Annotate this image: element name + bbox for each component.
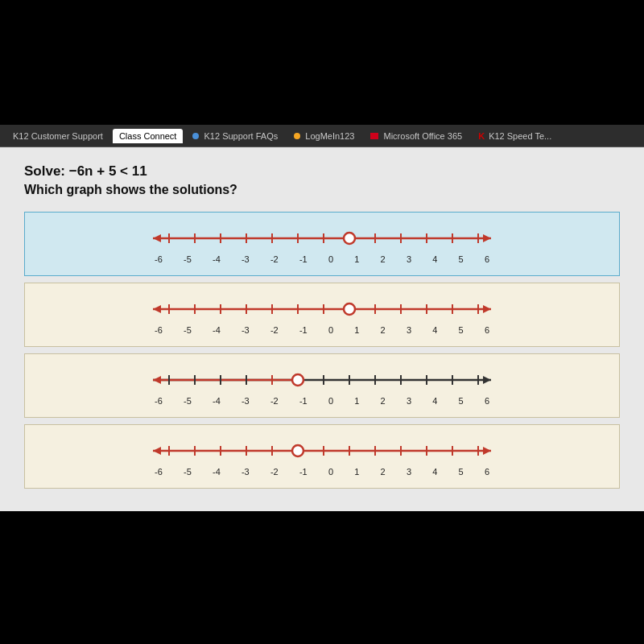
svg-marker-52: [483, 447, 491, 455]
svg-point-31: [344, 303, 355, 315]
tab-microsoft[interactable]: Microsoft Office 365: [364, 129, 469, 143]
svg-marker-17: [153, 305, 161, 313]
tab-dot-blue: [192, 133, 199, 139]
option-c-labels: -6-5-4-3-2-1 0123456: [153, 396, 491, 406]
option-b-labels: -6-5-4-3-2-1 0123456: [153, 325, 491, 335]
svg-marker-1: [153, 234, 161, 242]
option-a-number-line: -6-5-4-3-2-1 0123456: [33, 224, 611, 264]
number-line-svg-a: [145, 224, 499, 253]
number-line-svg-d: [145, 436, 499, 465]
tab-k-icon: K: [478, 131, 485, 141]
black-bar-bottom: [0, 511, 644, 608]
problem-line1: Solve: −6n + 5 < 11: [24, 163, 620, 180]
tab-class-connect[interactable]: Class Connect: [113, 129, 184, 143]
tab-bar: K12 Customer Support Class Connect K12 S…: [0, 125, 644, 147]
svg-point-49: [292, 374, 303, 386]
option-c[interactable]: -6-5-4-3-2-1 0123456: [24, 353, 620, 418]
number-line-svg-c: [145, 365, 499, 394]
option-b-number-line: -6-5-4-3-2-1 0123456: [33, 295, 611, 335]
black-bar-top: [0, 0, 644, 125]
tab-logmein[interactable]: LogMeIn123: [287, 129, 361, 143]
option-a-labels: -6-5-4-3-2-1 0123456: [153, 254, 491, 264]
svg-marker-34: [153, 376, 161, 384]
tab-dot-orange: [294, 133, 300, 139]
svg-point-15: [344, 233, 355, 244]
tab-dot-ms: [370, 133, 378, 139]
problem-line2: Which graph shows the solutions?: [24, 183, 620, 197]
option-d-labels: -6-5-4-3-2-1 0123456: [153, 467, 491, 477]
svg-point-66: [292, 445, 303, 456]
svg-marker-51: [153, 447, 161, 455]
main-content: Solve: −6n + 5 < 11 Which graph shows th…: [0, 147, 644, 511]
option-b[interactable]: -6-5-4-3-2-1 0123456: [24, 283, 620, 347]
number-line-svg-b: [145, 295, 499, 324]
tab-k12-support[interactable]: K12 Customer Support: [6, 129, 109, 143]
option-a[interactable]: -6-5-4-3-2-1 0123456: [24, 212, 620, 276]
tab-k12-faqs[interactable]: K12 Support FAQs: [186, 129, 284, 143]
problem-statement: Solve: −6n + 5 < 11 Which graph shows th…: [24, 163, 620, 197]
option-d-number-line: -6-5-4-3-2-1 0123456: [33, 436, 611, 477]
svg-marker-18: [483, 305, 491, 313]
option-c-number-line: -6-5-4-3-2-1 0123456: [33, 365, 611, 406]
svg-marker-2: [483, 234, 491, 242]
option-d[interactable]: -6-5-4-3-2-1 0123456: [24, 424, 620, 489]
tab-k12-speed[interactable]: K K12 Speed Te...: [472, 129, 558, 143]
svg-marker-35: [483, 376, 491, 384]
